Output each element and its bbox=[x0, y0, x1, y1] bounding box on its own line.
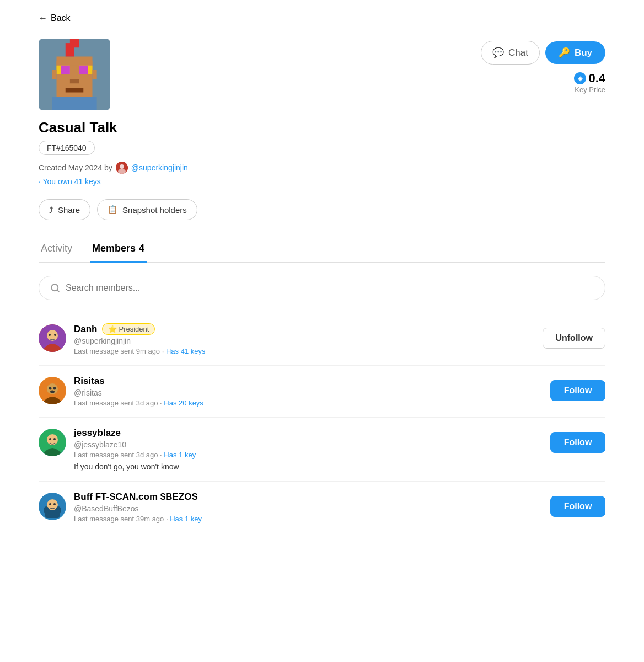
svg-rect-8 bbox=[79, 66, 88, 74]
member-right: Follow bbox=[550, 428, 605, 453]
tab-members-label: Members bbox=[92, 243, 136, 254]
svg-point-29 bbox=[47, 434, 58, 445]
back-arrow-icon: ← bbox=[39, 13, 47, 23]
member-right: Follow bbox=[550, 492, 605, 517]
follow-button[interactable]: Follow bbox=[550, 432, 605, 453]
buy-label: Buy bbox=[575, 47, 592, 58]
keys-link[interactable]: Has 20 keys bbox=[164, 399, 203, 407]
table-row: Danh ⭐ President @superkingjinjin Last m… bbox=[39, 313, 605, 366]
star-icon: ⭐ bbox=[108, 325, 117, 333]
key-icon: 🔑 bbox=[559, 47, 570, 58]
tab-activity[interactable]: Activity bbox=[39, 236, 74, 263]
search-input[interactable] bbox=[66, 283, 594, 293]
ft-badge: FT#165040 bbox=[39, 141, 95, 155]
member-left: Risitas @risitas Last message sent 3d ag… bbox=[39, 376, 203, 407]
header-section: Casual Talk FT#165040 Created May 2024 b… bbox=[39, 39, 605, 186]
table-row: Buff FT-SCAN.com $BEZOS @BasedBuffBezos … bbox=[39, 482, 605, 533]
avatar bbox=[39, 493, 66, 520]
member-name-row: Risitas bbox=[74, 376, 203, 387]
svg-rect-2 bbox=[57, 57, 93, 66]
chat-label: Chat bbox=[508, 47, 528, 58]
member-handle: @BasedBuffBezos bbox=[74, 504, 202, 513]
svg-point-38 bbox=[56, 506, 61, 514]
key-price-label: Key Price bbox=[574, 86, 605, 94]
back-button[interactable]: ← Back bbox=[39, 13, 71, 23]
member-info: Buff FT-SCAN.com $BEZOS @BasedBuffBezos … bbox=[74, 492, 202, 523]
search-icon bbox=[50, 283, 60, 293]
eth-icon: ◈ bbox=[574, 72, 586, 84]
tabs: Activity Members4 bbox=[39, 236, 605, 262]
member-handle: @superkingjinjin bbox=[74, 337, 205, 345]
key-price-number: 0.4 bbox=[588, 71, 605, 86]
created-text: Created May 2024 by bbox=[39, 163, 112, 172]
table-row: Risitas @risitas Last message sent 3d ag… bbox=[39, 366, 605, 418]
profile-image bbox=[39, 39, 110, 110]
member-meta: Last message sent 3d ago · Has 20 keys bbox=[74, 399, 203, 407]
svg-point-15 bbox=[120, 164, 124, 169]
member-name-row: Buff FT-SCAN.com $BEZOS bbox=[74, 492, 202, 503]
member-left: jessyblaze @jessyblaze10 Last message se… bbox=[39, 428, 196, 471]
unfollow-button[interactable]: Unfollow bbox=[543, 328, 605, 349]
svg-point-31 bbox=[53, 438, 56, 440]
creator-avatar bbox=[116, 162, 128, 174]
tab-members-count: 4 bbox=[139, 243, 144, 254]
svg-rect-10 bbox=[66, 88, 84, 92]
buy-button[interactable]: 🔑 Buy bbox=[545, 41, 605, 64]
svg-rect-9 bbox=[70, 79, 79, 83]
chat-button[interactable]: 💬 Chat bbox=[481, 41, 540, 65]
header-actions: 💬 Chat 🔑 Buy bbox=[481, 41, 605, 65]
keys-owned: · You own 41 keys bbox=[39, 177, 188, 186]
member-name: Buff FT-SCAN.com $BEZOS bbox=[74, 492, 198, 503]
svg-rect-12 bbox=[93, 70, 97, 79]
member-right: Follow bbox=[550, 376, 605, 401]
avatar bbox=[39, 324, 66, 352]
member-handle: @jessyblaze10 bbox=[74, 440, 196, 449]
member-name: Risitas bbox=[74, 376, 105, 387]
avatar bbox=[39, 429, 66, 456]
keys-link[interactable]: Has 1 key bbox=[164, 451, 196, 459]
key-price-value: ◈ 0.4 bbox=[574, 71, 605, 86]
search-input-wrapper bbox=[39, 276, 605, 300]
share-label: Share bbox=[58, 205, 80, 215]
svg-rect-7 bbox=[61, 66, 70, 74]
search-container bbox=[39, 276, 605, 300]
follow-button[interactable]: Follow bbox=[550, 380, 605, 401]
svg-rect-4 bbox=[70, 39, 79, 47]
snapshot-icon: 📋 bbox=[108, 205, 118, 215]
svg-point-21 bbox=[49, 334, 51, 336]
follow-button[interactable]: Follow bbox=[550, 496, 605, 517]
tab-activity-label: Activity bbox=[41, 243, 72, 254]
member-handle: @risitas bbox=[74, 388, 203, 397]
action-buttons: ⤴ Share 📋 Snapshot holders bbox=[39, 199, 605, 220]
tab-members[interactable]: Members4 bbox=[90, 236, 147, 263]
svg-rect-11 bbox=[52, 70, 56, 79]
keys-link[interactable]: Has 41 keys bbox=[166, 347, 206, 355]
header-right: 💬 Chat 🔑 Buy ◈ 0.4 Key Price bbox=[481, 39, 605, 94]
tabs-section: Activity Members4 bbox=[39, 236, 605, 263]
svg-point-36 bbox=[53, 503, 56, 505]
member-info: jessyblaze @jessyblaze10 Last message se… bbox=[74, 428, 196, 471]
members-list: Danh ⭐ President @superkingjinjin Last m… bbox=[39, 313, 605, 533]
president-label: President bbox=[119, 325, 149, 333]
back-label: Back bbox=[51, 13, 71, 23]
member-name-row: jessyblaze bbox=[74, 428, 196, 439]
snapshot-holders-button[interactable]: 📋 Snapshot holders bbox=[97, 199, 197, 220]
member-name-row: Danh ⭐ President bbox=[74, 323, 205, 335]
member-name: jessyblaze bbox=[74, 428, 121, 439]
member-meta: Last message sent 39m ago · Has 1 key bbox=[74, 515, 202, 523]
share-button[interactable]: ⤴ Share bbox=[39, 199, 90, 220]
member-left: Danh ⭐ President @superkingjinjin Last m… bbox=[39, 323, 205, 355]
share-icon: ⤴ bbox=[49, 205, 53, 215]
creator-link[interactable]: @superkingjinjin bbox=[131, 163, 188, 172]
svg-point-37 bbox=[44, 506, 49, 514]
member-meta: Last message sent 9m ago · Has 41 keys bbox=[74, 347, 205, 355]
created-info: Created May 2024 by @superkingjinjin bbox=[39, 162, 188, 174]
svg-point-26 bbox=[53, 387, 56, 390]
keys-link[interactable]: Has 1 key bbox=[170, 515, 202, 523]
member-info: Risitas @risitas Last message sent 3d ag… bbox=[74, 376, 203, 407]
member-right: Unfollow bbox=[543, 323, 605, 349]
header-top bbox=[39, 39, 188, 110]
snapshot-label: Snapshot holders bbox=[122, 205, 187, 215]
svg-point-35 bbox=[49, 503, 51, 505]
title-section: Casual Talk FT#165040 Created May 2024 b… bbox=[39, 119, 188, 186]
